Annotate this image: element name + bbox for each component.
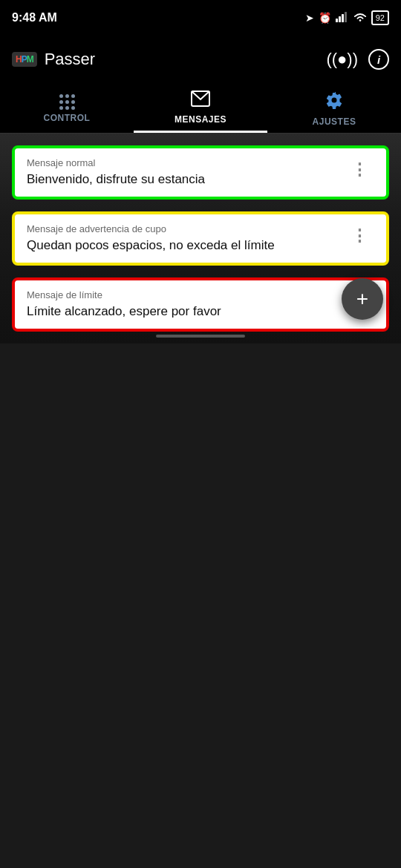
add-message-fab[interactable]: + (342, 278, 383, 320)
message-card-normal: Mensaje normal Bienvenido, disfrute su e… (12, 145, 389, 200)
messages-container: Mensaje normal Bienvenido, disfrute su e… (0, 134, 401, 343)
tab-ajustes[interactable]: AJUSTES (267, 83, 401, 133)
message-content-limite: Mensaje de límite Límite alcanzado, espe… (27, 289, 345, 320)
message-menu-normal[interactable]: ⋮ (345, 157, 374, 183)
svg-rect-1 (339, 16, 341, 22)
status-icons: ➤ ⏰ 92 (305, 10, 389, 25)
status-bar: 9:48 AM ➤ ⏰ 92 (0, 0, 401, 36)
tab-control[interactable]: CONTROL (0, 83, 134, 133)
gear-icon (325, 91, 343, 114)
alarm-icon: ⏰ (319, 12, 331, 24)
svg-point-4 (359, 19, 361, 22)
signal-icon (336, 12, 349, 24)
app-bar: HPM Passer ((●)) i (0, 36, 401, 83)
dots-grid-icon (59, 94, 75, 110)
message-text-advertencia: Quedan pocos espacios, no exceda el lími… (27, 237, 345, 254)
hpm-logo: HPM (12, 52, 37, 67)
tab-bar: CONTROL MENSAJES AJUSTES (0, 83, 401, 134)
tab-control-label: CONTROL (44, 113, 91, 123)
app-bar-right: ((●)) i (326, 49, 389, 70)
message-label-limite: Mensaje de límite (27, 289, 345, 300)
info-icon[interactable]: i (368, 49, 389, 70)
location-icon: ➤ (305, 12, 314, 24)
message-content-normal: Mensaje normal Bienvenido, disfrute su e… (27, 157, 345, 188)
radio-signal-icon[interactable]: ((●)) (326, 50, 358, 69)
status-time: 9:48 AM (12, 11, 57, 24)
message-content-advertencia: Mensaje de advertencia de cupo Quedan po… (27, 223, 345, 254)
mail-icon (191, 91, 210, 111)
battery-icon: 92 (371, 10, 389, 25)
svg-rect-0 (336, 19, 338, 22)
tab-ajustes-label: AJUSTES (313, 116, 356, 127)
message-card-limite: Mensaje de límite Límite alcanzado, espe… (12, 277, 389, 332)
svg-rect-2 (342, 14, 344, 22)
gesture-bar (156, 335, 245, 338)
app-bar-left: HPM Passer (12, 50, 95, 69)
svg-rect-3 (345, 12, 347, 22)
message-label-normal: Mensaje normal (27, 157, 345, 168)
tab-mensajes-label: MENSAJES (175, 114, 226, 125)
message-label-advertencia: Mensaje de advertencia de cupo (27, 223, 345, 234)
message-text-limite: Límite alcanzado, espere por favor (27, 303, 345, 320)
content-area: Mensaje normal Bienvenido, disfrute su e… (0, 134, 401, 343)
message-text-normal: Bienvenido, disfrute su estancia (27, 171, 345, 188)
app-title: Passer (45, 50, 95, 69)
message-card-advertencia: Mensaje de advertencia de cupo Quedan po… (12, 211, 389, 266)
hpm-logo-text: HPM (16, 54, 33, 65)
add-icon: + (356, 289, 368, 309)
message-menu-advertencia[interactable]: ⋮ (345, 223, 374, 249)
wifi-icon (353, 12, 367, 24)
tab-mensajes[interactable]: MENSAJES (134, 83, 267, 133)
